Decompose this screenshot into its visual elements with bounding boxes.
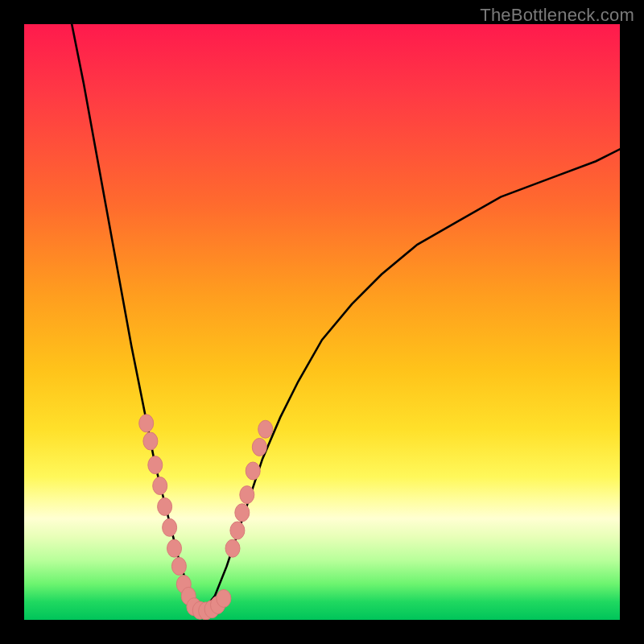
marker-dot (143, 432, 158, 450)
plot-area (24, 24, 620, 620)
marker-dot (246, 462, 260, 480)
marker-dot (258, 420, 273, 438)
curve-layer (24, 24, 620, 620)
marker-dot (240, 486, 254, 504)
marker-dot (171, 557, 186, 575)
marker-dot (235, 504, 250, 522)
marker-dot (230, 522, 245, 539)
data-markers (139, 415, 273, 620)
marker-dot (148, 456, 163, 474)
marker-dot (217, 589, 231, 607)
watermark-text: TheBottleneck.com (480, 5, 634, 26)
marker-dot (167, 539, 182, 557)
marker-dot (163, 518, 177, 536)
marker-dot (252, 438, 266, 456)
marker-dot (225, 539, 240, 557)
chart-frame: TheBottleneck.com (0, 0, 644, 644)
marker-dot (153, 477, 167, 495)
left-curve (72, 24, 203, 611)
marker-dot (139, 415, 154, 432)
marker-dot (158, 497, 172, 515)
right-curve (203, 149, 620, 611)
